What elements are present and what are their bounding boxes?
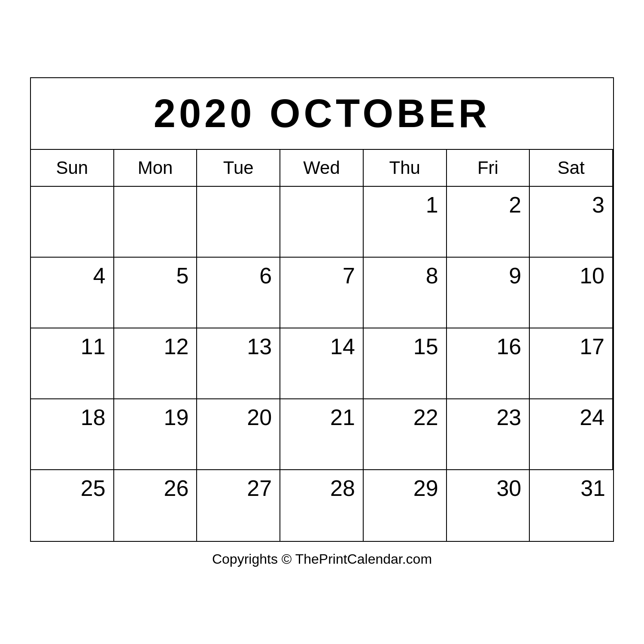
day-header-thu: Thu: [364, 150, 447, 187]
day-cell-w2-thu: 8: [364, 258, 447, 328]
day-cell-w3-thu: 15: [364, 328, 447, 399]
day-cell-w1-sat: 3: [530, 187, 613, 258]
day-cell-w1-fri: 2: [447, 187, 530, 258]
calendar-grid: Sun Mon Tue Wed Thu Fri Sat 1 2 3 4 5 6 …: [31, 150, 613, 541]
day-cell-w2-tue: 6: [197, 258, 280, 328]
calendar-container: 2020 OCTOBER Sun Mon Tue Wed Thu Fri Sat…: [30, 77, 614, 542]
day-cell-w5-sun: 25: [31, 470, 114, 541]
day-cell-w3-wed: 14: [280, 328, 364, 399]
day-header-fri: Fri: [447, 150, 530, 187]
day-cell-w1-tue: [197, 187, 280, 258]
day-cell-w5-fri: 30: [447, 470, 530, 541]
day-header-tue: Tue: [197, 150, 280, 187]
day-header-sat: Sat: [530, 150, 613, 187]
day-cell-w3-mon: 12: [114, 328, 197, 399]
day-cell-w4-tue: 20: [197, 399, 280, 470]
day-cell-w1-wed: [280, 187, 364, 258]
day-cell-w3-sun: 11: [31, 328, 114, 399]
day-cell-w2-sun: 4: [31, 258, 114, 328]
day-header-wed: Wed: [280, 150, 364, 187]
day-cell-w4-thu: 22: [364, 399, 447, 470]
day-cell-w5-wed: 28: [280, 470, 364, 541]
day-cell-w2-wed: 7: [280, 258, 364, 328]
day-cell-w5-tue: 27: [197, 470, 280, 541]
day-cell-w3-tue: 13: [197, 328, 280, 399]
day-cell-w2-mon: 5: [114, 258, 197, 328]
day-cell-w2-fri: 9: [447, 258, 530, 328]
day-cell-w1-mon: [114, 187, 197, 258]
day-header-mon: Mon: [114, 150, 197, 187]
day-cell-w2-sat: 10: [530, 258, 613, 328]
day-cell-w1-sun: [31, 187, 114, 258]
day-cell-w3-sat: 17: [530, 328, 613, 399]
day-cell-w4-wed: 21: [280, 399, 364, 470]
day-header-sun: Sun: [31, 150, 114, 187]
day-cell-w5-thu: 29: [364, 470, 447, 541]
day-cell-w4-sun: 18: [31, 399, 114, 470]
day-cell-w4-sat: 24: [530, 399, 613, 470]
day-cell-w1-thu: 1: [364, 187, 447, 258]
day-cell-w5-sat: 31: [530, 470, 613, 541]
day-cell-w4-fri: 23: [447, 399, 530, 470]
calendar-title: 2020 OCTOBER: [39, 91, 605, 136]
day-cell-w3-fri: 16: [447, 328, 530, 399]
copyright-text: Copyrights © ThePrintCalendar.com: [212, 551, 432, 567]
day-cell-w5-mon: 26: [114, 470, 197, 541]
calendar-wrapper: 2020 OCTOBER Sun Mon Tue Wed Thu Fri Sat…: [30, 77, 614, 567]
day-cell-w4-mon: 19: [114, 399, 197, 470]
calendar-header: 2020 OCTOBER: [31, 78, 613, 150]
